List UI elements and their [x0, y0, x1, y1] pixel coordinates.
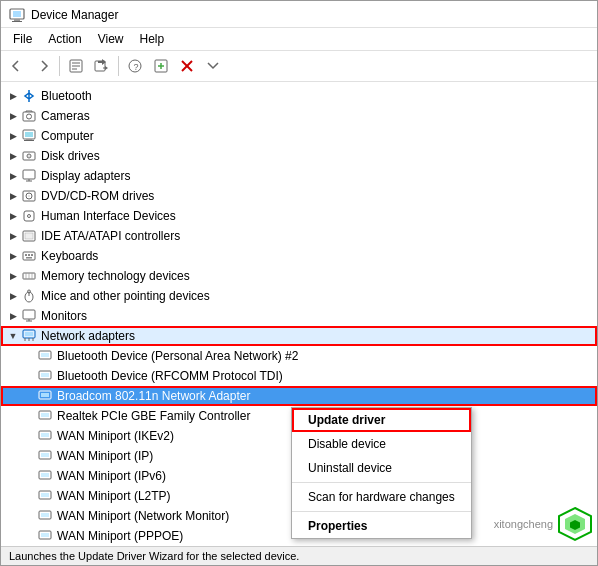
keyboards-label: Keyboards — [41, 249, 98, 263]
menu-help[interactable]: Help — [132, 30, 173, 48]
cameras-label: Cameras — [41, 109, 90, 123]
ctx-uninstall-device[interactable]: Uninstall device — [292, 456, 471, 480]
svg-rect-58 — [41, 393, 49, 397]
tree-item-broadcom[interactable]: ▶ Broadcom 802.11n Network Adapter — [1, 386, 597, 406]
svg-rect-37 — [26, 257, 32, 259]
svg-rect-72 — [41, 533, 49, 537]
svg-rect-68 — [41, 493, 49, 497]
expand-disk[interactable]: ▶ — [5, 148, 21, 164]
ctx-properties[interactable]: Properties — [292, 514, 471, 538]
memory-icon — [21, 268, 37, 284]
expand-mice[interactable]: ▶ — [5, 288, 21, 304]
svg-rect-36 — [31, 254, 33, 256]
monitors-icon — [21, 308, 37, 324]
svg-point-28 — [28, 195, 30, 197]
ctx-scan-hardware[interactable]: Scan for hardware changes — [292, 485, 471, 509]
device-manager-window: Device Manager File Action View Help — [0, 0, 598, 566]
display-label: Display adapters — [41, 169, 130, 183]
memory-label: Memory technology devices — [41, 269, 190, 283]
svg-rect-18 — [26, 139, 32, 140]
delete-button[interactable] — [175, 54, 199, 78]
tree-item-display[interactable]: ▶ Display adapters — [1, 166, 597, 186]
expand-memory[interactable]: ▶ — [5, 268, 21, 284]
hid-label: Human Interface Devices — [41, 209, 176, 223]
dvd-icon — [21, 188, 37, 204]
svg-point-15 — [27, 114, 32, 119]
wan-ikev2-label: WAN Miniport (IKEv2) — [57, 429, 174, 443]
tree-item-bluetooth[interactable]: ▶ Bluetooth — [1, 86, 597, 106]
display-icon — [21, 168, 37, 184]
expand-computer[interactable]: ▶ — [5, 128, 21, 144]
disk-label: Disk drives — [41, 149, 100, 163]
wan-pppoe-label: WAN Miniport (PPPOE) — [57, 529, 183, 543]
expand-button[interactable] — [201, 54, 225, 78]
realtek-icon — [37, 408, 53, 424]
forward-button[interactable] — [31, 54, 55, 78]
svg-rect-34 — [25, 254, 27, 256]
back-button[interactable] — [5, 54, 29, 78]
expand-network[interactable]: ▼ — [5, 328, 21, 344]
tree-item-computer[interactable]: ▶ Computer — [1, 126, 597, 146]
expand-display[interactable]: ▶ — [5, 168, 21, 184]
expand-monitors[interactable]: ▶ — [5, 308, 21, 324]
help-button[interactable]: ? — [123, 54, 147, 78]
tree-item-keyboards[interactable]: ▶ Keyboards — [1, 246, 597, 266]
computer-label: Computer — [41, 129, 94, 143]
menu-view[interactable]: View — [90, 30, 132, 48]
toolbar-sep-2 — [118, 56, 119, 76]
tree-item-hid[interactable]: ▶ Human Interface Devices — [1, 206, 597, 226]
broadcom-icon — [37, 388, 53, 404]
wan-ipv6-label: WAN Miniport (IPv6) — [57, 469, 166, 483]
tree-item-cameras[interactable]: ▶ Cameras — [1, 106, 597, 126]
tree-item-network-adapters[interactable]: ▼ Network adapters — [1, 326, 597, 346]
expand-cameras[interactable]: ▶ — [5, 108, 21, 124]
svg-text:?: ? — [134, 62, 139, 72]
expand-ide[interactable]: ▶ — [5, 228, 21, 244]
tree-item-ide[interactable]: ▶ IDE ATA/ATAPI controllers — [1, 226, 597, 246]
scan-button[interactable] — [149, 54, 173, 78]
wan-ipv6-icon — [37, 468, 53, 484]
monitors-label: Monitors — [41, 309, 87, 323]
bt-pan-label: Bluetooth Device (Personal Area Network)… — [57, 349, 298, 363]
expand-hid[interactable]: ▶ — [5, 208, 21, 224]
expand-keyboards[interactable]: ▶ — [5, 248, 21, 264]
wan-pppoe-icon — [37, 528, 53, 544]
ctx-update-driver[interactable]: Update driver — [292, 408, 471, 432]
expand-dvd[interactable]: ▶ — [5, 188, 21, 204]
tree-item-mice[interactable]: ▶ Mice and other pointing devices — [1, 286, 597, 306]
disk-icon — [21, 148, 37, 164]
tree-item-dvd[interactable]: ▶ DVD/CD-ROM drives — [1, 186, 597, 206]
app-icon — [9, 7, 25, 23]
ctx-disable-device[interactable]: Disable device — [292, 432, 471, 456]
tree-item-disk[interactable]: ▶ Disk drives — [1, 146, 597, 166]
network-adapters-icon — [21, 328, 37, 344]
menu-file[interactable]: File — [5, 30, 40, 48]
watermark: xitongcheng — [494, 506, 593, 542]
expand-bluetooth[interactable]: ▶ — [5, 88, 21, 104]
tree-item-bt-pan[interactable]: ▶ Bluetooth Device (Personal Area Networ… — [1, 346, 597, 366]
tree-item-memory[interactable]: ▶ Memory technology devices — [1, 266, 597, 286]
bt-rfcomm-icon — [37, 368, 53, 384]
menu-action[interactable]: Action — [40, 30, 89, 48]
svg-rect-2 — [14, 19, 20, 21]
status-text: Launches the Update Driver Wizard for th… — [9, 550, 299, 562]
tree-item-bt-rfcomm[interactable]: ▶ Bluetooth Device (RFCOMM Protocol TDI) — [1, 366, 597, 386]
bluetooth-icon — [21, 88, 37, 104]
tree-item-monitors[interactable]: ▶ Monitors — [1, 306, 597, 326]
svg-rect-45 — [23, 310, 35, 319]
svg-rect-66 — [41, 473, 49, 477]
wan-nm-icon — [37, 508, 53, 524]
ctx-sep-2 — [292, 511, 471, 512]
computer-icon — [21, 128, 37, 144]
svg-rect-60 — [41, 413, 49, 417]
bluetooth-label: Bluetooth — [41, 89, 92, 103]
properties-button[interactable] — [64, 54, 88, 78]
update-driver-toolbar[interactable] — [90, 54, 114, 78]
svg-rect-19 — [24, 140, 34, 141]
svg-rect-32 — [25, 233, 33, 239]
status-bar: Launches the Update Driver Wizard for th… — [1, 546, 597, 565]
mice-icon — [21, 288, 37, 304]
svg-rect-56 — [41, 373, 49, 377]
wan-l2tp-icon — [37, 488, 53, 504]
svg-rect-3 — [12, 21, 22, 22]
